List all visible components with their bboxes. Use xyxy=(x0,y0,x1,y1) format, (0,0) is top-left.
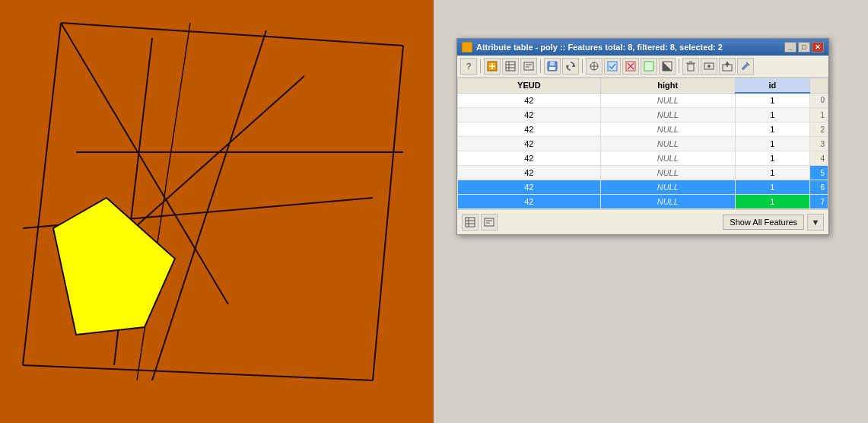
features-options-button[interactable]: ▼ xyxy=(807,214,824,231)
svg-rect-36 xyxy=(644,62,653,71)
invert-selection-button[interactable] xyxy=(659,58,676,75)
cell-yeud: 42 xyxy=(458,195,601,209)
cell-hight: NULL xyxy=(600,93,735,108)
cell-row-num: 7 xyxy=(810,195,828,209)
cell-hight: NULL xyxy=(600,166,735,180)
export-button[interactable] xyxy=(719,58,736,75)
svg-marker-47 xyxy=(725,62,730,65)
svg-rect-53 xyxy=(485,218,494,226)
cell-id: 1 xyxy=(735,151,809,166)
cell-hight: NULL xyxy=(600,195,735,209)
attribute-table: YEUD hight id 42NULL1042NULL1142NULL1242… xyxy=(457,78,828,209)
svg-marker-38 xyxy=(663,62,672,71)
cell-yeud: 42 xyxy=(458,137,601,151)
help-button[interactable]: ? xyxy=(460,58,477,75)
separator-1 xyxy=(480,59,481,73)
cell-hight: NULL xyxy=(600,137,735,151)
close-button[interactable]: ✕ xyxy=(812,42,824,52)
cell-row-num: 2 xyxy=(810,122,828,137)
cell-id: 1 xyxy=(735,137,809,151)
toggle-editing-button[interactable] xyxy=(484,58,501,75)
cell-row-num: 3 xyxy=(810,137,828,151)
filter-selected-button[interactable] xyxy=(641,58,657,75)
table-row[interactable]: 42NULL13 xyxy=(458,137,828,151)
attribute-table-container[interactable]: YEUD hight id 42NULL1042NULL1142NULL1242… xyxy=(457,78,828,209)
delete-selected-button[interactable] xyxy=(682,58,699,75)
cell-row-num: 1 xyxy=(810,108,828,122)
table-view-button[interactable] xyxy=(502,58,519,75)
bottom-bar: Show All Features ▼ xyxy=(457,209,828,234)
deselect-button[interactable] xyxy=(622,58,639,75)
table-icon-button[interactable] xyxy=(462,214,479,231)
svg-rect-21 xyxy=(524,62,533,70)
bottom-icons xyxy=(462,214,498,231)
window-controls[interactable]: _ □ ✕ xyxy=(784,42,824,52)
window-icon xyxy=(462,42,472,52)
cell-id: 1 xyxy=(735,180,809,195)
reload-button[interactable] xyxy=(562,58,579,75)
form-icon-button[interactable] xyxy=(481,214,498,231)
cell-yeud: 42 xyxy=(458,122,601,137)
col-header-hight[interactable]: hight xyxy=(600,78,735,94)
cell-row-num: 0 xyxy=(810,93,828,108)
svg-rect-26 xyxy=(549,67,555,70)
form-view-button[interactable] xyxy=(520,58,537,75)
table-header-row: YEUD hight id xyxy=(458,78,828,94)
cell-hight: NULL xyxy=(600,151,735,166)
table-row[interactable]: 42NULL16 xyxy=(458,180,828,195)
select-all-button[interactable] xyxy=(604,58,621,75)
cell-id: 1 xyxy=(735,93,809,108)
cell-hight: NULL xyxy=(600,122,735,137)
save-edits-button[interactable] xyxy=(544,58,561,75)
table-row[interactable]: 42NULL12 xyxy=(458,122,828,137)
attribute-table-window: Attribute table - poly :: Features total… xyxy=(456,38,829,235)
cell-hight: NULL xyxy=(600,108,735,122)
toolbar: ? xyxy=(457,56,828,78)
cell-row-num: 6 xyxy=(810,180,828,195)
svg-rect-49 xyxy=(466,218,475,227)
cell-yeud: 42 xyxy=(458,180,601,195)
maximize-button[interactable]: □ xyxy=(798,42,810,52)
select-features-button[interactable] xyxy=(586,58,603,75)
minimize-button[interactable]: _ xyxy=(784,42,796,52)
svg-rect-32 xyxy=(608,62,617,71)
svg-rect-25 xyxy=(550,62,555,65)
cell-id: 1 xyxy=(735,195,809,209)
col-header-yeud[interactable]: YEUD xyxy=(458,78,601,94)
col-header-id[interactable]: id xyxy=(735,78,809,94)
cell-yeud: 42 xyxy=(458,93,601,108)
map-canvas-area xyxy=(0,0,434,423)
cell-hight: NULL xyxy=(600,180,735,195)
table-row[interactable]: 42NULL10 xyxy=(458,93,828,108)
title-bar: Attribute table - poly :: Features total… xyxy=(457,39,828,56)
cell-yeud: 42 xyxy=(458,108,601,122)
separator-3 xyxy=(582,59,583,73)
show-all-features-button[interactable]: Show All Features xyxy=(723,215,804,230)
cell-row-num: 5 xyxy=(810,166,828,180)
edit-field-button[interactable] xyxy=(737,58,754,75)
table-row[interactable]: 42NULL11 xyxy=(458,108,828,122)
cell-yeud: 42 xyxy=(458,166,601,180)
table-row[interactable]: 42NULL15 xyxy=(458,166,828,180)
svg-rect-39 xyxy=(688,64,694,71)
separator-2 xyxy=(540,59,541,73)
cell-row-num: 4 xyxy=(810,151,828,166)
table-row[interactable]: 42NULL17 xyxy=(458,195,828,209)
table-row[interactable]: 42NULL14 xyxy=(458,151,828,166)
show-features-container: Show All Features ▼ xyxy=(723,214,824,231)
separator-4 xyxy=(679,59,679,73)
col-header-rownum xyxy=(810,78,828,94)
svg-rect-17 xyxy=(506,62,515,71)
cell-id: 1 xyxy=(735,166,809,180)
cell-id: 1 xyxy=(735,122,809,137)
cell-yeud: 42 xyxy=(458,151,601,166)
window-title: Attribute table - poly :: Features total… xyxy=(476,43,723,52)
title-bar-left: Attribute table - poly :: Features total… xyxy=(462,42,723,52)
new-field-button[interactable] xyxy=(701,58,717,75)
cell-id: 1 xyxy=(735,108,809,122)
table-body: 42NULL1042NULL1142NULL1242NULL1342NULL14… xyxy=(458,93,828,209)
